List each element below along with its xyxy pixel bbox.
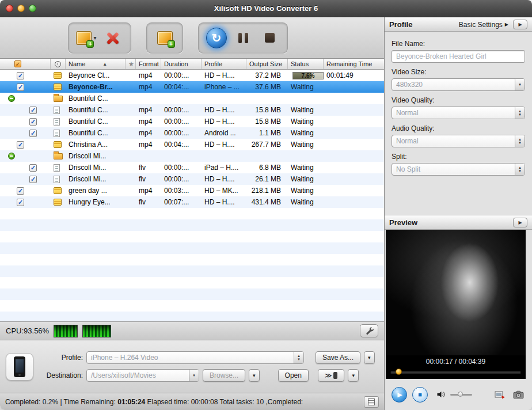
file-format: mp4 <box>136 127 161 139</box>
add-file-button[interactable]: + ▾ <box>73 25 100 51</box>
column-header-remaining-time[interactable]: Remaining Time <box>324 59 384 69</box>
transfer-dropdown-arrow[interactable]: ▾ <box>348 369 359 382</box>
row-checkbox[interactable]: ✓ <box>29 107 37 114</box>
seek-knob[interactable] <box>396 369 402 375</box>
seek-slider[interactable] <box>390 367 521 376</box>
add-file-dropdown-arrow-icon[interactable]: ▾ <box>93 35 96 41</box>
column-header-format[interactable]: Format <box>136 59 161 69</box>
pause-button[interactable] <box>230 25 256 51</box>
save-as-dropdown-arrow[interactable]: ▾ <box>364 351 375 364</box>
file-duration: 00:04:... <box>161 139 202 150</box>
stepper-icon[interactable]: ▴▾ <box>294 352 303 363</box>
snapshot-camera-button[interactable] <box>512 390 525 399</box>
row-checkbox[interactable]: ✓ <box>29 164 37 172</box>
add-clip-button[interactable]: + <box>151 25 178 51</box>
file-status: 7.6% <box>288 70 324 81</box>
file-remaining-time <box>324 162 384 173</box>
stepper-icon[interactable]: ▴▾ <box>515 164 525 175</box>
file-status: Waiting <box>288 196 324 208</box>
column-header-state[interactable] <box>51 59 66 69</box>
file-row[interactable]: ✓Driscoll Mi...flv00:00:...iPad – H....6… <box>0 162 384 173</box>
zoom-window-button[interactable] <box>29 5 36 12</box>
volume-knob[interactable] <box>458 392 463 397</box>
file-row[interactable]: ✓Beyonce Cl...mp400:00:...HD – H....37.2… <box>0 70 384 81</box>
stop-button[interactable] <box>256 25 283 51</box>
settings-wrench-button[interactable] <box>360 324 378 337</box>
file-profile: HD – H.... <box>202 116 246 127</box>
row-checkbox[interactable]: ✓ <box>29 118 37 126</box>
browse-dropdown-arrow[interactable]: ▾ <box>249 369 260 382</box>
browse-button[interactable]: Browse... <box>203 369 245 382</box>
file-row[interactable]: ✓Bountiful C...mp400:00:...HD – H....15.… <box>0 116 384 127</box>
profile-dropdown[interactable]: iPhone – H.264 Video ▴▾ <box>86 351 304 364</box>
dropdown-arrow-icon[interactable]: ▾ <box>189 370 199 381</box>
close-window-button[interactable] <box>6 5 13 12</box>
row-checkbox[interactable]: ✓ <box>17 199 24 206</box>
collapse-group-button[interactable] <box>8 153 15 160</box>
profile-value: iPhone – H.264 Video <box>87 354 294 362</box>
save-as-button[interactable]: Save As... <box>316 351 360 364</box>
stepper-icon[interactable]: ▴▾ <box>515 107 525 119</box>
row-checkbox[interactable]: ✓ <box>17 141 24 149</box>
convert-button[interactable]: ↻ <box>203 25 230 51</box>
video-quality-dropdown[interactable]: Normal▴▾ <box>392 107 525 119</box>
group-row[interactable]: Bountiful C... <box>0 93 384 104</box>
select-all-checkbox-icon[interactable]: ✓ <box>14 60 21 67</box>
delete-button[interactable] <box>100 25 126 51</box>
file-row[interactable]: ✓Bountiful C...mp400:00:...HD – H....15.… <box>0 104 384 116</box>
column-header-output-size[interactable]: Output Size <box>246 59 288 69</box>
row-checkbox[interactable]: ✓ <box>17 72 24 79</box>
file-name: Driscoll Mi... <box>66 173 126 185</box>
column-header-status[interactable]: Status <box>288 59 324 69</box>
basic-settings-label[interactable]: Basic Settings <box>459 21 503 29</box>
seek-track[interactable] <box>390 371 521 373</box>
column-header-name[interactable]: Name▲ <box>66 59 126 69</box>
row-checkbox[interactable]: ✓ <box>29 176 37 183</box>
file-status: Waiting <box>288 139 324 150</box>
split-dropdown[interactable]: No Split▴▾ <box>392 163 525 176</box>
volume-icon[interactable] <box>436 391 445 398</box>
volume-slider[interactable] <box>450 394 472 396</box>
file-duration: 00:03:... <box>161 185 202 196</box>
capture-frame-button[interactable] <box>493 390 507 399</box>
detach-preview-button[interactable]: ▶ <box>513 218 527 227</box>
column-header-select[interactable]: ✓ <box>0 59 51 69</box>
audio-quality-dropdown[interactable]: Normal▴▾ <box>392 135 525 147</box>
column-header-star[interactable]: ★ <box>126 59 136 69</box>
file-row[interactable]: ✓Bountiful C...mp400:00:...Android ...1.… <box>0 127 384 139</box>
dropdown-arrow-icon[interactable]: ▾ <box>515 79 525 90</box>
open-button[interactable]: Open <box>278 369 309 382</box>
stop-square-icon: ■ <box>418 391 422 398</box>
collapse-group-button[interactable] <box>8 95 15 102</box>
file-row[interactable]: ✓Driscoll Mi...flv00:00:...HD – H....26.… <box>0 173 384 185</box>
transfer-to-device-button[interactable]: ≫ <box>318 369 345 382</box>
file-row[interactable]: ✓Christina A...mp400:04:...HD – H....267… <box>0 139 384 150</box>
column-header-duration[interactable]: Duration <box>161 59 202 69</box>
video-size-dropdown[interactable]: 480x320▾ <box>392 78 525 91</box>
file-name-input[interactable]: Beyonce-Broken Hearted Girl <box>392 50 525 63</box>
file-row[interactable]: ✓Beyonce-Br...mp400:04:...iPhone – ...37… <box>0 81 384 93</box>
row-checkbox[interactable]: ✓ <box>29 130 37 137</box>
folder-icon <box>54 96 63 102</box>
destination-dropdown[interactable]: /Users/xilisoft/Movies ▾ <box>86 369 199 382</box>
file-format: flv <box>136 173 161 185</box>
file-duration: 00:00:... <box>161 173 202 185</box>
clock-icon <box>55 61 61 67</box>
column-header-profile[interactable]: Profile <box>202 59 246 69</box>
row-checkbox[interactable]: ✓ <box>17 83 24 91</box>
file-output-size: 1.1 MB <box>246 127 288 139</box>
expand-profile-settings-button[interactable]: ▶ <box>513 20 527 29</box>
task-report-button[interactable] <box>364 396 379 408</box>
stop-playback-button[interactable]: ■ <box>412 387 428 403</box>
stepper-icon[interactable]: ▴▾ <box>515 135 525 147</box>
minimize-window-button[interactable] <box>17 5 25 12</box>
toolbar: + ▾ + ↻ <box>0 17 384 59</box>
group-row[interactable]: Driscoll Mi... <box>0 150 384 162</box>
status-text: Waiting <box>291 164 314 172</box>
play-button[interactable]: ▶ <box>392 387 407 403</box>
file-row[interactable]: ✓green day ...mp400:03:...HD – MK...218.… <box>0 185 384 196</box>
split-label: Split: <box>392 153 525 161</box>
output-panel: Profile: iPhone – H.264 Video ▴▾ Save As… <box>0 340 384 393</box>
file-row[interactable]: ✓Hungry Eye...flv00:07:...HD – H....431.… <box>0 196 384 208</box>
row-checkbox[interactable]: ✓ <box>17 187 24 195</box>
